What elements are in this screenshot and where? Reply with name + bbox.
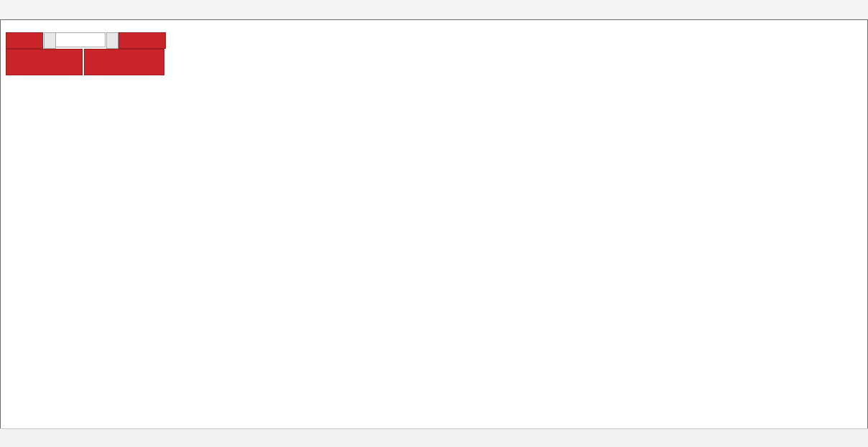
chart-window	[0, 19, 868, 429]
volume-input[interactable]	[55, 32, 106, 47]
chart-tab-bar	[0, 428, 868, 447]
buy-button[interactable]	[118, 32, 166, 49]
chart-title	[6, 22, 9, 32]
volume-increase-button[interactable]	[106, 32, 118, 49]
sell-button[interactable]	[6, 32, 43, 49]
volume-decrease-button[interactable]	[44, 32, 56, 49]
sell-price-panel[interactable]	[6, 49, 83, 75]
buy-price-panel[interactable]	[84, 49, 164, 75]
timeframe-toolbar	[0, 0, 868, 20]
mt4-terminal	[0, 0, 868, 447]
